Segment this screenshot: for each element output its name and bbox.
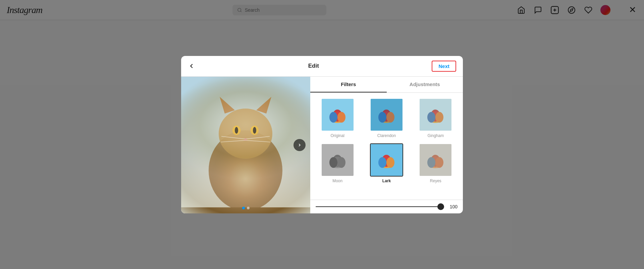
filter-gingham-thumb [420,99,451,131]
svg-point-14 [235,127,238,134]
filter-moon-thumb-wrap [321,143,354,177]
slider-fill [316,206,444,207]
slider-thumb[interactable] [437,203,444,210]
filter-gingham-thumb-wrap [419,98,452,131]
edit-panel: Filters Adjustments [310,77,463,213]
filter-moon-label: Moon [332,179,342,183]
filter-lark-thumb-wrap [370,143,403,177]
filter-reyes-thumb-wrap [419,143,452,177]
filter-intensity-slider: 100 [310,200,463,213]
filter-gingham-label: Gingham [427,133,444,138]
filters-container: Original [310,93,463,200]
filter-reyes-thumb [420,144,451,176]
filter-original[interactable]: Original [314,96,361,140]
modal-title: Edit [308,63,319,69]
filter-clarendon-label: Clarendon [377,133,396,138]
svg-point-9 [219,109,272,159]
back-button[interactable] [188,62,195,70]
svg-point-45 [329,157,337,168]
filter-original-thumb-wrap [321,98,354,131]
photo-preview [181,77,310,213]
filter-gingham[interactable]: Gingham [412,96,460,140]
filter-original-label: Original [330,133,344,138]
filter-moon[interactable]: Moon [314,141,361,185]
filter-clarendon-thumb-wrap [370,98,403,131]
tab-filters[interactable]: Filters [310,77,387,92]
edit-tabs: Filters Adjustments [310,77,463,93]
image-panel [181,77,310,213]
filter-clarendon-thumb [371,99,402,131]
filter-moon-thumb [322,144,354,176]
slider-value: 100 [447,204,458,209]
next-button[interactable]: Next [432,61,456,72]
modal-header: Edit Next [181,56,463,77]
svg-point-26 [337,112,345,123]
modal-body: Filters Adjustments [181,77,463,213]
cat-overlay [181,77,310,207]
svg-point-15 [253,127,256,134]
svg-rect-40 [420,99,451,131]
edit-modal: Edit Next [181,56,463,213]
filter-lark[interactable]: Lark [363,141,410,185]
filter-lark-thumb [371,144,402,176]
svg-rect-33 [371,99,402,131]
filters-grid: Original [314,96,460,185]
filter-reyes-label: Reyes [430,179,441,183]
filter-original-thumb [322,99,354,131]
modal-overlay: Edit Next [0,0,644,269]
svg-point-51 [378,157,386,168]
svg-point-46 [337,157,345,168]
filter-reyes[interactable]: Reyes [412,141,460,185]
slider-track[interactable] [316,206,444,207]
photo-dots [242,207,250,209]
svg-rect-59 [420,144,451,176]
next-photo-arrow[interactable] [293,139,306,151]
svg-point-52 [386,157,394,168]
dot-1 [242,207,245,209]
svg-point-25 [329,112,337,123]
filter-lark-label: Lark [382,179,391,183]
dot-2 [247,207,250,209]
tab-adjustments[interactable]: Adjustments [387,77,463,92]
filter-clarendon[interactable]: Clarendon [363,96,410,140]
